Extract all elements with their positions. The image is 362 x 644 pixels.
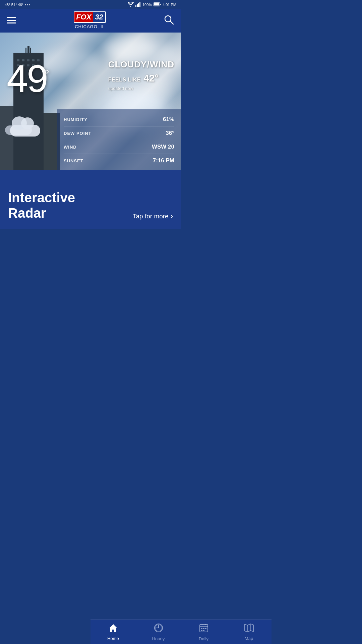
battery-icon (154, 2, 161, 7)
humidity-row: HUMIDITY 61% (64, 113, 174, 126)
dewpoint-value: 36° (166, 130, 174, 137)
weather-hero: 49° CLOUDY/WIND FEELS LIKE 42° updated n… (0, 33, 181, 170)
svg-rect-0 (135, 5, 136, 7)
tap-more-label: Tap for more (133, 213, 169, 220)
temperature-block: 49° (7, 59, 48, 98)
sunset-label: SUNSET (64, 158, 83, 163)
condition-text: CLOUDY/WIND (108, 59, 174, 70)
menu-button[interactable] (7, 17, 16, 23)
svg-rect-2 (138, 3, 139, 7)
app-logo: FOX 32 CHICAGO, IL (74, 11, 106, 29)
updated-text: updated now (108, 86, 174, 91)
feels-like-label: FEELS LIKE (108, 77, 141, 83)
humidity-label: HUMIDITY (64, 117, 87, 122)
weather-details-panel: HUMIDITY 61% DEW POINT 36° WIND WSW 20 S… (57, 109, 181, 170)
time: 4:01 PM (163, 3, 176, 7)
svg-rect-5 (154, 3, 159, 6)
tap-more-button[interactable]: Tap for more › (133, 212, 173, 221)
svg-rect-12 (30, 48, 31, 54)
wifi-icon (128, 2, 134, 7)
city-label: CHICAGO, IL (74, 24, 106, 29)
wind-label: WIND (64, 145, 77, 150)
sunset-row: SUNSET 7:16 PM (64, 154, 174, 167)
chevron-right-icon: › (171, 212, 173, 221)
dewpoint-row: DEW POINT 36° (64, 126, 174, 140)
temperature-value: 49° (7, 57, 48, 100)
svg-line-8 (170, 21, 173, 24)
dewpoint-label: DEW POINT (64, 131, 92, 136)
app-header: FOX 32 CHICAGO, IL (0, 9, 181, 33)
svg-rect-1 (137, 4, 138, 7)
battery-percent: 100% (142, 3, 152, 7)
humidity-value: 61% (163, 116, 174, 123)
wind-value: WSW 20 (152, 144, 174, 150)
radar-title: InteractiveRadar (8, 190, 75, 221)
svg-rect-6 (160, 4, 161, 5)
status-bar: 48° 51° 46° ••• 100% (0, 0, 181, 9)
fox-logo-text: FOX (74, 12, 93, 22)
wind-row: WIND WSW 20 (64, 140, 174, 154)
condition-block: CLOUDY/WIND FEELS LIKE 42° updated now (108, 59, 174, 91)
svg-rect-3 (139, 2, 140, 7)
cloud-icon (5, 115, 45, 137)
cloud-blob-2 (104, 36, 154, 59)
signal-bars-icon (135, 2, 141, 7)
status-temps: 48° 51° 46° (5, 3, 23, 7)
svg-rect-11 (25, 48, 26, 54)
svg-rect-10 (27, 46, 29, 54)
status-dots: ••• (25, 3, 31, 7)
radar-section[interactable]: InteractiveRadar Tap for more › (0, 170, 181, 229)
sunset-value: 7:16 PM (153, 157, 174, 164)
feels-like-temp: 42° (143, 72, 159, 84)
channel-number: 32 (93, 12, 105, 22)
search-button[interactable] (164, 14, 174, 26)
